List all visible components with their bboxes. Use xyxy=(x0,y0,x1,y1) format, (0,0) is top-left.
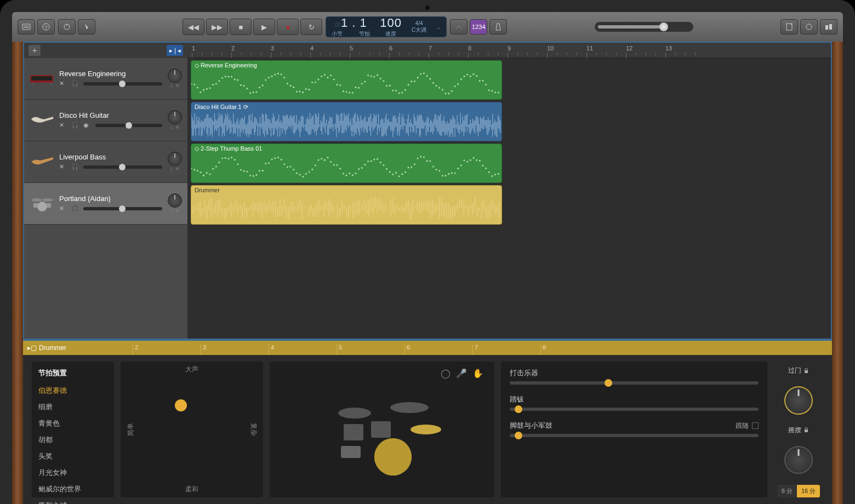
svg-point-470 xyxy=(408,167,409,168)
swing-knob[interactable] xyxy=(784,446,813,474)
preset-item[interactable]: 头奖 xyxy=(32,448,114,465)
hihat-slider[interactable] xyxy=(510,408,759,411)
seg-8[interactable]: 8 分 xyxy=(777,485,797,497)
record-button[interactable]: ● xyxy=(277,19,299,35)
lcd-bars: 1 . 1 xyxy=(341,16,367,30)
mute-button[interactable]: ✕ xyxy=(59,80,68,88)
mute-button[interactable]: ✕ xyxy=(59,122,68,129)
count-in-button[interactable]: 1234 xyxy=(470,19,487,35)
track-row[interactable]: Liverpool Bass ✕ 🎧 L R xyxy=(24,141,187,183)
hand-icon[interactable]: ✋ xyxy=(472,368,483,379)
mute-button[interactable]: ✕ xyxy=(59,163,68,171)
track-volume-slider[interactable] xyxy=(95,124,162,127)
svg-point-77 xyxy=(367,75,369,76)
preset-item[interactable]: 胡都 xyxy=(32,432,114,448)
region[interactable]: ◇ Reverse Engineering xyxy=(191,60,502,100)
track-row[interactable]: Disco Hit Guitar ✕ 🎧 ◉ L R xyxy=(24,100,187,141)
tuner-button[interactable] xyxy=(450,19,468,35)
arrange-area[interactable]: 12345678910111213 ◇ Reverse Engineering … xyxy=(187,43,831,339)
svg-point-458 xyxy=(371,161,372,162)
drummer-ruler-number: 2 xyxy=(133,344,138,355)
kicksnare-slider[interactable] xyxy=(510,434,759,437)
track-row[interactable]: Portland (Aidan) ✕ 🎧 L R xyxy=(24,183,187,225)
help-button[interactable]: ? xyxy=(37,19,55,35)
track-volume-slider[interactable] xyxy=(83,165,162,169)
stop-button[interactable]: ■ xyxy=(230,19,252,35)
svg-point-91 xyxy=(411,81,412,82)
svg-point-42 xyxy=(259,87,260,88)
track-filter-button[interactable]: ▸❘◂ xyxy=(167,45,183,56)
track-volume-slider[interactable] xyxy=(83,82,162,85)
input-button[interactable]: ◉ xyxy=(83,122,92,129)
pan-knob[interactable] xyxy=(168,110,182,124)
svg-point-495 xyxy=(485,168,487,169)
pan-label: L R xyxy=(171,209,179,213)
svg-point-455 xyxy=(361,167,363,169)
pan-knob[interactable] xyxy=(168,152,182,166)
track-volume-slider[interactable] xyxy=(83,207,162,210)
svg-point-76 xyxy=(364,81,366,82)
xy-puck[interactable] xyxy=(175,399,187,411)
pan-knob[interactable] xyxy=(168,193,182,208)
preset-item[interactable]: 伯恩赛德 xyxy=(32,382,114,399)
drum-kit-graphic[interactable] xyxy=(322,380,442,479)
svg-point-113 xyxy=(479,80,481,82)
seg-16[interactable]: 16 分 xyxy=(797,485,820,497)
svg-point-471 xyxy=(411,166,412,168)
preset-item[interactable]: 鲍威尔的世界 xyxy=(32,481,114,497)
svg-point-486 xyxy=(457,168,459,169)
xy-pad[interactable]: 大声 柔和 简单 复杂 xyxy=(121,362,263,497)
preset-item[interactable]: 青黄色 xyxy=(32,415,114,432)
loops-button[interactable] xyxy=(800,19,818,35)
solo-button[interactable]: 🎧 xyxy=(71,122,80,129)
svg-point-71 xyxy=(349,92,350,94)
lcd-display[interactable]: 001 . 1 小节节拍 100速度 4/4C大调 ⌄ xyxy=(326,16,447,37)
preset-item[interactable]: 细磨 xyxy=(32,399,114,415)
region[interactable]: Disco Hit Guitar.1 ⟳ xyxy=(191,102,502,141)
pan-knob[interactable] xyxy=(168,68,182,83)
metronome-button[interactable] xyxy=(489,19,507,35)
solo-button[interactable]: 🎧 xyxy=(71,163,80,171)
forward-button[interactable]: ▶▶ xyxy=(206,19,228,35)
svg-point-454 xyxy=(358,168,360,170)
rewind-button[interactable]: ◀◀ xyxy=(183,19,204,35)
fills-knob[interactable] xyxy=(784,386,813,415)
regions-area[interactable]: ◇ Reverse Engineering Disco Hit Guitar.1… xyxy=(187,58,831,339)
cycle-button[interactable]: ↻ xyxy=(300,19,322,35)
master-volume-slider[interactable] xyxy=(595,22,693,32)
svg-point-75 xyxy=(361,83,363,84)
swing-resolution[interactable]: 8 分 16 分 xyxy=(777,485,820,497)
preset-item[interactable]: 撕裂之城 xyxy=(32,497,114,504)
solo-button[interactable]: 🎧 xyxy=(71,80,80,88)
drummer-ruler-number: 7 xyxy=(472,344,478,355)
media-button[interactable] xyxy=(820,19,837,35)
notepad-button[interactable] xyxy=(780,19,798,35)
smart-controls-button[interactable] xyxy=(58,19,76,35)
timeline-ruler[interactable]: 12345678910111213 xyxy=(187,43,831,58)
sticks-icon[interactable]: ◯ xyxy=(441,368,451,379)
svg-point-101 xyxy=(442,89,443,90)
library-button[interactable] xyxy=(18,19,35,35)
lcd-signature: 4/4 xyxy=(415,20,423,26)
svg-point-433 xyxy=(293,169,294,170)
region[interactable]: Drummer xyxy=(191,185,502,225)
track-row[interactable]: Reverse Engineering ✕ 🎧 L R xyxy=(24,58,187,100)
lcd-dropdown-icon[interactable]: ⌄ xyxy=(436,24,441,30)
mute-button[interactable]: ✕ xyxy=(59,205,68,213)
mallet-icon[interactable]: 🎤 xyxy=(456,368,467,379)
drummer-title: Drummer xyxy=(39,344,66,352)
svg-point-31 xyxy=(225,76,226,77)
play-button[interactable]: ▶ xyxy=(253,19,275,35)
svg-point-442 xyxy=(321,158,322,159)
region[interactable]: ◇ 2-Step Thump Bass 01 xyxy=(191,144,502,183)
editors-button[interactable] xyxy=(78,19,95,35)
svg-point-96 xyxy=(426,75,428,77)
percussion-slider[interactable] xyxy=(510,381,759,385)
svg-point-114 xyxy=(482,80,483,82)
follow-checkbox[interactable] xyxy=(752,422,759,429)
svg-point-481 xyxy=(442,175,443,176)
svg-point-98 xyxy=(432,82,434,84)
preset-item[interactable]: 月光女神 xyxy=(32,465,114,481)
add-track-button[interactable]: + xyxy=(29,45,41,56)
solo-button[interactable]: 🎧 xyxy=(71,205,80,213)
